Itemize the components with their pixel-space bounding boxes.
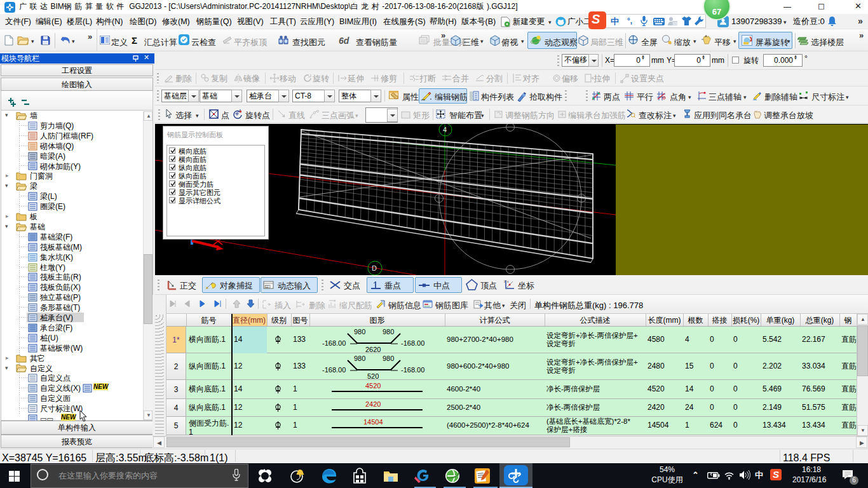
svg-text:-168.00: -168.00 — [401, 366, 424, 374]
svg-text:14504: 14504 — [363, 418, 383, 426]
svg-text:-168.00: -168.00 — [322, 339, 346, 347]
svg-text:980: 980 — [354, 355, 365, 362]
svg-text:-168.00: -168.00 — [401, 339, 424, 347]
svg-text:x: x — [507, 280, 509, 283]
svg-text:2620: 2620 — [365, 346, 381, 353]
svg-text:D: D — [372, 264, 377, 272]
svg-text:980: 980 — [383, 328, 394, 336]
svg-text:980: 980 — [354, 328, 365, 336]
svg-text:520: 520 — [367, 372, 379, 380]
svg-text:12: 12 — [266, 285, 269, 288]
svg-text:2420: 2420 — [365, 400, 381, 408]
svg-text:4520: 4520 — [365, 382, 381, 390]
svg-text:4: 4 — [443, 126, 447, 133]
svg-text:-168.00: -168.00 — [322, 366, 346, 374]
svg-text:980: 980 — [383, 355, 394, 362]
svg-text:15: 15 — [673, 22, 677, 25]
